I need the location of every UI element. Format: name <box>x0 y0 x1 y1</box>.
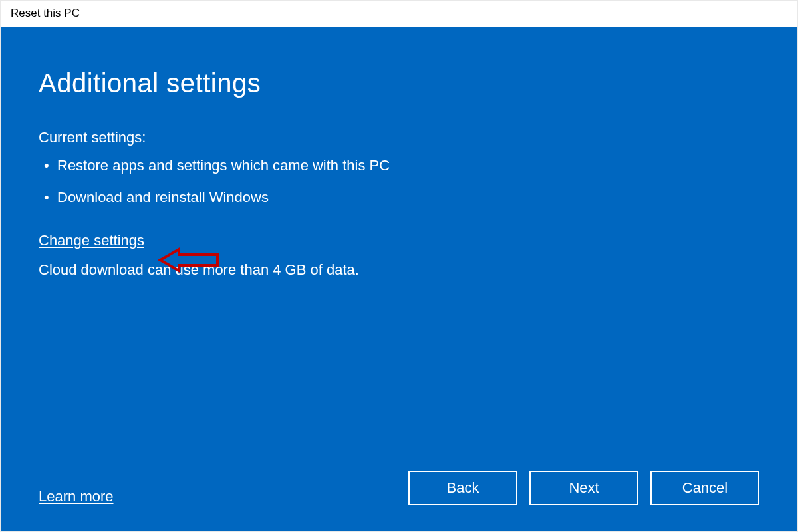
dialog-footer: Learn more Back Next Cancel <box>39 471 759 511</box>
settings-list: Restore apps and settings which came wit… <box>41 156 759 219</box>
dialog-window: Reset this PC Additional settings Curren… <box>1 1 797 531</box>
window-titlebar: Reset this PC <box>1 1 797 27</box>
back-button[interactable]: Back <box>408 471 517 505</box>
list-item-text: Restore apps and settings which came wit… <box>57 157 390 174</box>
dialog-content: Additional settings Current settings: Re… <box>1 27 797 531</box>
cancel-button[interactable]: Cancel <box>650 471 759 505</box>
next-button[interactable]: Next <box>529 471 638 505</box>
window-title: Reset this PC <box>11 7 80 19</box>
list-item-text: Download and reinstall Windows <box>57 189 269 205</box>
learn-more-link[interactable]: Learn more <box>39 488 114 505</box>
button-row: Back Next Cancel <box>408 471 759 505</box>
list-item: Restore apps and settings which came wit… <box>41 156 759 176</box>
page-heading: Additional settings <box>39 68 759 98</box>
cloud-download-note: Cloud download can use more than 4 GB of… <box>39 261 759 279</box>
list-item: Download and reinstall Windows <box>41 188 759 207</box>
current-settings-label: Current settings: <box>39 129 759 146</box>
change-settings-link[interactable]: Change settings <box>39 232 759 249</box>
